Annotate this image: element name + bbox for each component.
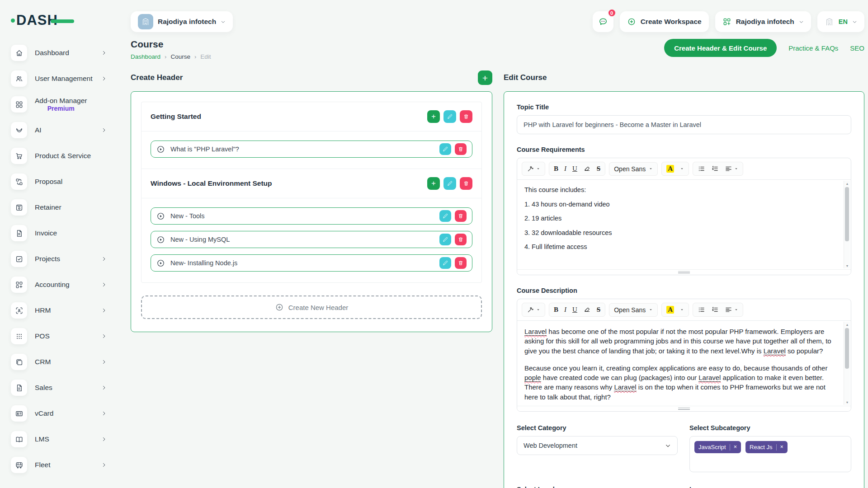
create-workspace-button[interactable]: Create Workspace: [620, 11, 709, 32]
sidebar-item[interactable]: Retainer: [11, 197, 107, 218]
add-lesson-button[interactable]: +: [427, 110, 440, 123]
sidebar-item[interactable]: Dashboard: [11, 42, 107, 63]
breadcrumb-item[interactable]: Edit: [194, 53, 211, 60]
account-selector[interactable]: Rajodiya infotech: [715, 11, 811, 32]
topic-title-input[interactable]: [517, 115, 851, 134]
delete-section-button[interactable]: [460, 110, 472, 123]
brand-logo[interactable]: DASH: [11, 11, 107, 30]
edit-section-button[interactable]: [443, 177, 456, 190]
sidebar-item[interactable]: Add-on Manager Premium: [11, 94, 107, 115]
sidebar-item-icon: [11, 148, 27, 164]
caret-down-icon[interactable]: [680, 308, 684, 312]
italic-button[interactable]: I: [564, 165, 566, 173]
language-selector[interactable]: EN: [817, 11, 864, 32]
chevron-right-icon: [101, 333, 107, 339]
pencil-icon: [442, 236, 448, 243]
category-select[interactable]: Web Development: [517, 436, 678, 455]
breadcrumb-item[interactable]: Dashboard: [131, 53, 160, 60]
sidebar-item[interactable]: CRM: [11, 352, 107, 372]
sidebar-item[interactable]: vCard: [11, 403, 107, 424]
numbered-list-button[interactable]: [711, 306, 719, 314]
editor-scrollbar[interactable]: ▲ ▼: [844, 181, 850, 268]
scroll-down-icon[interactable]: ▼: [844, 399, 850, 405]
lesson-row[interactable]: New - Tools: [151, 207, 472, 225]
bold-button[interactable]: B: [554, 306, 558, 314]
remove-tag-icon[interactable]: ×: [780, 444, 783, 450]
trash-icon: [458, 236, 464, 243]
lesson-row[interactable]: New - Using MySQL: [151, 231, 472, 248]
breadcrumb-item[interactable]: Course: [165, 53, 190, 60]
magic-style-button[interactable]: [527, 306, 540, 314]
italic-button[interactable]: I: [564, 306, 566, 314]
delete-section-button[interactable]: [460, 177, 472, 190]
underline-button[interactable]: U: [572, 165, 577, 173]
edit-lesson-button[interactable]: [439, 257, 451, 269]
strikethrough-button[interactable]: S: [597, 165, 600, 173]
sidebar-item[interactable]: Accounting: [11, 274, 107, 295]
sidebar-item[interactable]: Invoice: [11, 223, 107, 244]
trash-icon: [458, 260, 464, 266]
delete-lesson-button[interactable]: [455, 143, 467, 155]
scrollbar-thumb[interactable]: [845, 187, 849, 241]
add-header-button[interactable]: +: [478, 70, 492, 85]
lesson-row[interactable]: New- Installing Node.js: [151, 254, 472, 272]
editor-scrollbar[interactable]: ▲ ▼: [844, 322, 850, 405]
trash-icon: [458, 146, 464, 152]
sidebar-item[interactable]: AI: [11, 120, 107, 141]
sidebar-item[interactable]: HRM: [11, 300, 107, 321]
scroll-up-icon[interactable]: ▲: [844, 322, 850, 327]
requirements-content[interactable]: This course includes:1. 43 hours on-dema…: [517, 180, 851, 269]
action-link[interactable]: Practice & FAQs: [788, 44, 838, 52]
scroll-up-icon[interactable]: ▲: [844, 181, 850, 186]
eraser-button[interactable]: [583, 306, 591, 314]
sidebar-item[interactable]: Proposal: [11, 171, 107, 192]
scrollbar-thumb[interactable]: [845, 328, 849, 369]
caret-down-icon: [536, 308, 540, 312]
pencil-icon: [442, 146, 448, 152]
sidebar-item[interactable]: Projects: [11, 249, 107, 269]
paragraph-align-button[interactable]: [725, 306, 738, 314]
editor-toolbar: B I U S Open Sans: [517, 299, 851, 321]
description-content[interactable]: Laravel has become one of the most popul…: [517, 321, 851, 406]
lesson-row[interactable]: What is "PHP Laravel"?: [151, 141, 472, 158]
subcategory-tags-input[interactable]: JavaScript × React Js ×: [689, 436, 851, 472]
edit-lesson-button[interactable]: [439, 234, 451, 245]
scroll-down-icon[interactable]: ▼: [844, 263, 850, 268]
sidebar-item[interactable]: LMS: [11, 429, 107, 450]
eraser-button[interactable]: [583, 165, 591, 173]
sidebar-item[interactable]: Fleet: [11, 455, 107, 475]
underline-button[interactable]: U: [572, 306, 577, 314]
sidebar-item[interactable]: Sales: [11, 377, 107, 398]
messages-button[interactable]: 0: [593, 11, 613, 32]
paragraph-align-button[interactable]: [725, 165, 738, 173]
add-lesson-button[interactable]: +: [427, 177, 440, 190]
sidebar-item[interactable]: Product & Service: [11, 145, 107, 166]
strikethrough-button[interactable]: S: [597, 306, 600, 314]
sidebar-item[interactable]: POS: [11, 326, 107, 347]
edit-section-button[interactable]: [443, 110, 456, 123]
font-family-dropdown[interactable]: Open Sans: [609, 162, 658, 176]
edit-lesson-button[interactable]: [439, 143, 451, 155]
edit-lesson-button[interactable]: [439, 210, 451, 222]
remove-tag-icon[interactable]: ×: [734, 444, 737, 450]
font-color-button[interactable]: A: [666, 165, 674, 173]
delete-lesson-button[interactable]: [455, 210, 467, 222]
caret-down-icon[interactable]: [680, 167, 684, 171]
sidebar-item-label: Accounting: [35, 280, 70, 289]
magic-style-button[interactable]: [527, 165, 540, 173]
delete-lesson-button[interactable]: [455, 234, 467, 245]
font-family-dropdown[interactable]: Open Sans: [609, 303, 658, 317]
resize-grip[interactable]: [678, 271, 690, 273]
delete-lesson-button[interactable]: [455, 257, 467, 269]
bullet-list-button[interactable]: [698, 306, 705, 314]
bullet-list-button[interactable]: [698, 165, 705, 173]
sidebar-item[interactable]: User Management: [11, 68, 107, 89]
font-color-button[interactable]: A: [666, 306, 674, 314]
workspace-selector[interactable]: Rajodiya infotech: [131, 11, 233, 32]
create-header-edit-course-button[interactable]: Create Header & Edit Course: [664, 39, 777, 57]
bold-button[interactable]: B: [554, 165, 558, 173]
numbered-list-button[interactable]: [711, 165, 719, 173]
action-link[interactable]: SEO: [850, 44, 864, 52]
create-new-header-button[interactable]: Create New Header: [141, 296, 482, 319]
resize-grip[interactable]: [678, 408, 690, 410]
